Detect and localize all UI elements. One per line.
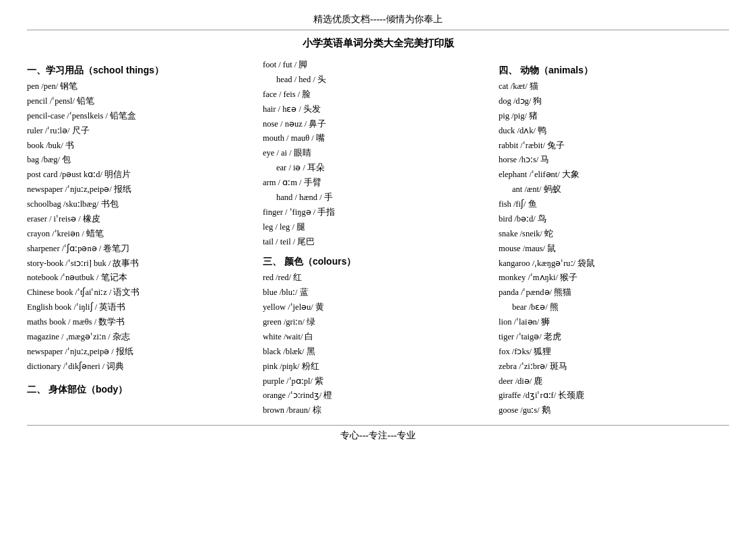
main-title: 小学英语单词分类大全完美打印版 — [27, 37, 729, 50]
list-item: schoolbag /skuːlbæg/ 书包 — [27, 197, 256, 212]
list-item: horse /hɔːs/ 马 — [499, 153, 729, 168]
list-item: tail / teil / 尾巴 — [263, 235, 492, 250]
list-item: English book /ˈiŋliʃ / 英语书 — [27, 300, 256, 315]
list-item: pen /pen/ 钢笔 — [27, 79, 256, 94]
list-item: maths book / mæθs / 数学书 — [27, 315, 256, 330]
list-item: pencil-case /ˈpenslkeis / 铅笔盒 — [27, 109, 256, 124]
list-item: eraser / iˈreisə / 橡皮 — [27, 212, 256, 227]
list-item: mouth / mauθ / 嘴 — [263, 131, 492, 146]
list-item: kangaroo /ˌkæŋgəˈruː/ 袋鼠 — [499, 257, 729, 271]
list-item: rabbit /ˈræbit/ 兔子 — [499, 139, 729, 154]
list-item: brown /braun/ 棕 — [263, 403, 492, 418]
col3-animals-items: cat /kæt/ 猫dog /dɔg/ 狗pig /pig/ 猪duck /d… — [499, 79, 729, 418]
section1-title: 一、学习用品（school things） — [27, 65, 256, 77]
list-item: panda /ˈpændə/ 熊猫 — [499, 286, 729, 300]
list-item: newspaper /ˈnjuːz,peipə/ 报纸 — [27, 182, 256, 197]
list-item: ant /ænt/ 蚂蚁 — [499, 182, 729, 197]
list-item: head / hed / 头 — [263, 73, 492, 88]
list-item: lion /ˈlaiən/ 狮 — [499, 315, 729, 330]
list-item: tiger /ˈtaigə/ 老虎 — [499, 330, 729, 345]
col2-colours-items: red /red/ 红blue /bluː/ 蓝yellow /ˈjeləu/ … — [263, 271, 492, 418]
list-item: dog /dɔg/ 狗 — [499, 94, 729, 109]
col3: 四、 动物（animals） cat /kæt/ 猫dog /dɔg/ 狗pig… — [499, 58, 729, 418]
list-item: deer /diə/ 鹿 — [499, 374, 729, 389]
list-item: snake /sneik/ 蛇 — [499, 227, 729, 242]
section2-title: 二、 身体部位（body） — [27, 384, 256, 396]
col2-body-items: foot / fut / 脚head / hed / 头face / feis … — [263, 58, 492, 249]
list-item: pig /pig/ 猪 — [499, 109, 729, 124]
list-item: yellow /ˈjeləu/ 黄 — [263, 300, 492, 315]
list-item: book /buk/ 书 — [27, 139, 256, 154]
list-item: black /blæk/ 黑 — [263, 345, 492, 360]
col2: foot / fut / 脚head / hed / 头face / feis … — [263, 58, 492, 418]
list-item: foot / fut / 脚 — [263, 58, 492, 73]
list-item: dictionary /ˈdikʃəneri / 词典 — [27, 360, 256, 374]
col1-items: pen /pen/ 钢笔pencil /ˈpensl/ 铅笔pencil-cas… — [27, 79, 256, 374]
list-item: story-book /ˈstɔːri] buk / 故事书 — [27, 257, 256, 271]
list-item: eye / ai / 眼睛 — [263, 146, 492, 161]
content-grid: 一、学习用品（school things） pen /pen/ 钢笔pencil… — [27, 58, 729, 418]
list-item: elephant /ˈelifənt/ 大象 — [499, 168, 729, 182]
list-item: pencil /ˈpensl/ 铅笔 — [27, 94, 256, 109]
list-item: sharpener /ˈʃɑːpənə / 卷笔刀 — [27, 242, 256, 257]
list-item: white /wait/ 白 — [263, 330, 492, 345]
list-item: blue /bluː/ 蓝 — [263, 286, 492, 300]
list-item: arm / ɑːm / 手臂 — [263, 176, 492, 191]
list-item: zebra /ˈziːbrə/ 斑马 — [499, 360, 729, 374]
list-item: goose /guːs/ 鹅 — [499, 403, 729, 418]
list-item: post card /pəust kɑːd/ 明信片 — [27, 168, 256, 182]
list-item: newspaper /ˈnjuːz,peipə / 报纸 — [27, 345, 256, 360]
list-item: nose / nəuz / 鼻子 — [263, 117, 492, 132]
list-item: ear / iə / 耳朵 — [263, 161, 492, 176]
list-item: green /griːn/ 绿 — [263, 315, 492, 330]
list-item: cat /kæt/ 猫 — [499, 79, 729, 94]
list-item: giraffe /dʒiˈrɑːf/ 长颈鹿 — [499, 389, 729, 403]
list-item: Chinese book /ˈtʃaiˈniːz / 语文书 — [27, 286, 256, 300]
list-item: leg / leg / 腿 — [263, 220, 492, 235]
list-item: hair / hɛə / 头发 — [263, 102, 492, 117]
page-header: 精选优质文档-----倾情为你奉上 — [27, 13, 729, 30]
list-item: monkey /ˈmʌŋki/ 猴子 — [499, 271, 729, 286]
list-item: finger / ˈfiŋgə / 手指 — [263, 205, 492, 220]
list-item: duck /dʌk/ 鸭 — [499, 124, 729, 139]
list-item: purple /ˈpɑːpl/ 紫 — [263, 374, 492, 389]
list-item: orange /ˈɔːrindʒ/ 橙 — [263, 389, 492, 403]
list-item: crayon /ˈkreiən / 蜡笔 — [27, 227, 256, 242]
section3-title: 三、 颜色（colours） — [263, 256, 492, 268]
list-item: face / feis / 脸 — [263, 88, 492, 102]
list-item: fish /fiʃ/ 鱼 — [499, 197, 729, 212]
list-item: bear /bɛə/ 熊 — [499, 300, 729, 315]
section4-title: 四、 动物（animals） — [499, 65, 729, 77]
list-item: bird /bəːd/ 鸟 — [499, 212, 729, 227]
list-item: mouse /maus/ 鼠 — [499, 242, 729, 257]
list-item: fox /fɔks/ 狐狸 — [499, 345, 729, 360]
list-item: pink /piŋk/ 粉红 — [263, 360, 492, 374]
list-item: magazine / ˌmægəˈziːn / 杂志 — [27, 330, 256, 345]
list-item: bag /bæg/ 包 — [27, 153, 256, 168]
list-item: red /red/ 红 — [263, 271, 492, 286]
col1: 一、学习用品（school things） pen /pen/ 钢笔pencil… — [27, 58, 256, 399]
page-footer: 专心---专注---专业 — [27, 425, 729, 442]
list-item: hand / hænd / 手 — [263, 191, 492, 205]
list-item: ruler /ˈruːlə/ 尺子 — [27, 124, 256, 139]
list-item: notebook /ˈnəutbuk / 笔记本 — [27, 271, 256, 286]
